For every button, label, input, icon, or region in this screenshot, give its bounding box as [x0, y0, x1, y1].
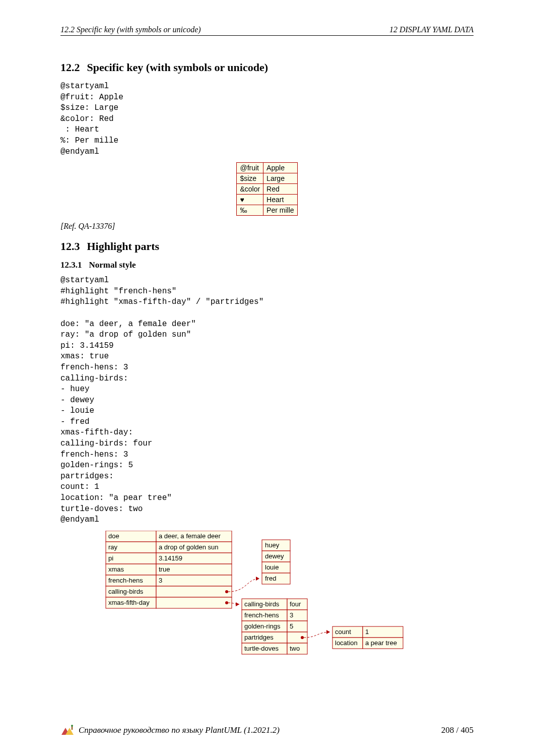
page-footer: Справочное руководство по языку PlantUML… [60, 725, 474, 736]
svg-text:louie: louie [265, 563, 279, 571]
svg-rect-11 [156, 586, 232, 597]
header-right: 12 DISPLAY YAML DATA [389, 25, 474, 34]
table-row: $sizeLarge [237, 173, 297, 184]
svg-text:3: 3 [159, 577, 162, 584]
svg-text:1: 1 [365, 628, 369, 636]
footer-title: Справочное руководство по языку PlantUML… [79, 725, 437, 735]
svg-text:four: four [290, 600, 301, 608]
figure-12-2: @fruitApple $sizeLarge &colorRed ♥Heart … [60, 162, 474, 216]
svg-text:3: 3 [290, 611, 293, 619]
svg-text:french-hens: french-hens [244, 611, 279, 619]
svg-text:xmas: xmas [108, 565, 124, 573]
code-block-12-2: @startyaml @fruit: Apple $size: Large &c… [60, 81, 474, 157]
svg-text:huey: huey [265, 541, 280, 549]
svg-text:fred: fred [265, 575, 276, 582]
svg-text:two: two [290, 645, 300, 652]
svg-text:3.14159: 3.14159 [159, 554, 182, 562]
section-title: Highlight parts [87, 240, 160, 253]
table-row: @fruitApple [237, 163, 297, 173]
svg-point-26 [225, 590, 228, 593]
subsection-12-3-1-heading: 12.3.1Normal style [60, 260, 474, 270]
page: 12.2 Specific key (with symbols or unico… [0, 0, 534, 756]
plantuml-logo-icon [60, 725, 75, 736]
subsection-title: Normal style [89, 260, 136, 270]
svg-point-55 [301, 636, 304, 639]
code-block-12-3-1: @startyaml #highlight "french-hens" #hig… [60, 275, 474, 526]
svg-rect-9 [156, 575, 232, 586]
svg-marker-65 [236, 602, 239, 606]
svg-text:calling-birds: calling-birds [108, 588, 144, 595]
svg-text:doe: doe [108, 532, 119, 540]
svg-marker-64 [256, 577, 259, 581]
yaml-diagram: .cell { fill:#fefde8; stroke:#b00000; st… [76, 531, 458, 657]
header-left: 12.2 Specific key (with symbols or unico… [60, 25, 201, 34]
footer-page-number: 208 / 405 [441, 725, 474, 735]
svg-text:french-hens: french-hens [108, 577, 143, 584]
svg-text:dewey: dewey [265, 552, 284, 560]
reference-note: [Ref. QA-13376] [60, 222, 474, 231]
svg-rect-13 [156, 597, 232, 608]
svg-text:a pear tree: a pear tree [365, 639, 397, 647]
subsection-num: 12.3.1 [60, 260, 82, 270]
yaml-table-12-2: @fruitApple $sizeLarge &colorRed ♥Heart … [236, 162, 297, 216]
heart-icon: ♥ [237, 195, 263, 205]
svg-point-70 [71, 725, 73, 727]
svg-text:true: true [159, 565, 170, 573]
svg-text:turtle-doves: turtle-doves [244, 645, 279, 652]
table-row: &colorRed [237, 184, 297, 195]
svg-text:xmas-fifth-day: xmas-fifth-day [108, 599, 150, 606]
svg-text:golden-rings: golden-rings [244, 622, 281, 630]
svg-text:a deer, a female deer: a deer, a female deer [159, 532, 221, 540]
section-12-2-heading: 12.2Specific key (with symbols or unicod… [60, 61, 474, 74]
svg-text:partridges: partridges [244, 634, 274, 641]
svg-text:location: location [335, 639, 358, 647]
table-row: ♥Heart [237, 195, 297, 205]
svg-marker-66 [326, 630, 330, 634]
svg-point-27 [225, 601, 228, 604]
section-12-3-heading: 12.3Highlight parts [60, 240, 474, 253]
svg-text:count: count [335, 628, 351, 636]
page-header: 12.2 Specific key (with symbols or unico… [60, 25, 474, 36]
section-num: 12.2 [60, 61, 80, 74]
section-num: 12.3 [60, 240, 80, 253]
svg-text:pi: pi [108, 554, 113, 562]
section-title: Specific key (with symbols or unicode) [87, 61, 269, 74]
table-row: ‰Per mille [237, 205, 297, 216]
svg-text:ray: ray [108, 543, 118, 551]
svg-text:5: 5 [290, 622, 293, 630]
svg-text:calling-birds: calling-birds [244, 600, 280, 608]
svg-text:a drop of golden sun: a drop of golden sun [159, 543, 219, 551]
